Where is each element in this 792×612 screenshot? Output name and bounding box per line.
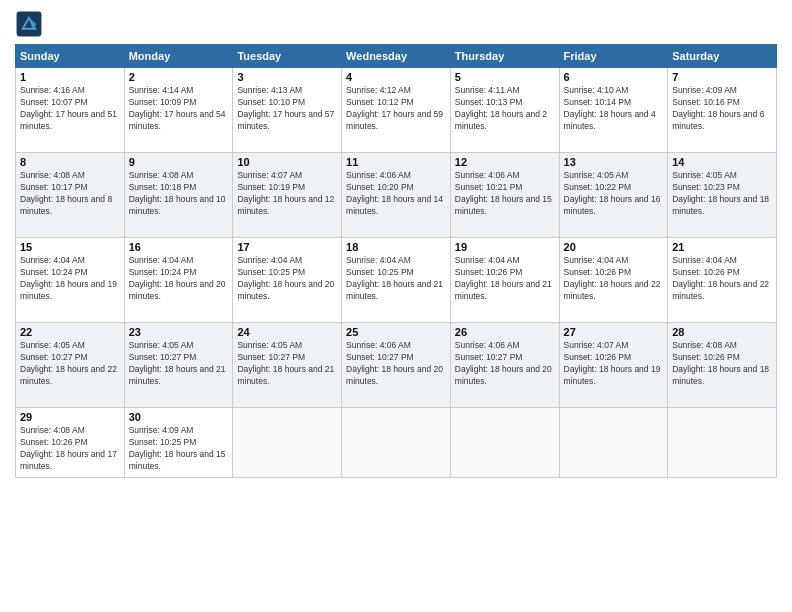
day-number: 15 xyxy=(20,241,120,253)
day-info: Sunrise: 4:08 AM Sunset: 10:26 PM Daylig… xyxy=(672,340,772,388)
day-info: Sunrise: 4:08 AM Sunset: 10:26 PM Daylig… xyxy=(20,425,120,473)
calendar-cell: 27 Sunrise: 4:07 AM Sunset: 10:26 PM Day… xyxy=(559,323,668,408)
day-number: 13 xyxy=(564,156,664,168)
svg-rect-0 xyxy=(17,12,42,37)
day-number: 9 xyxy=(129,156,229,168)
day-number: 19 xyxy=(455,241,555,253)
logo-icon xyxy=(15,10,43,38)
day-number: 2 xyxy=(129,71,229,83)
day-number: 23 xyxy=(129,326,229,338)
calendar-cell: 5 Sunrise: 4:11 AM Sunset: 10:13 PM Dayl… xyxy=(450,68,559,153)
day-info: Sunrise: 4:08 AM Sunset: 10:17 PM Daylig… xyxy=(20,170,120,218)
day-info: Sunrise: 4:05 AM Sunset: 10:22 PM Daylig… xyxy=(564,170,664,218)
day-info: Sunrise: 4:11 AM Sunset: 10:13 PM Daylig… xyxy=(455,85,555,133)
day-info: Sunrise: 4:14 AM Sunset: 10:09 PM Daylig… xyxy=(129,85,229,133)
calendar-cell: 11 Sunrise: 4:06 AM Sunset: 10:20 PM Day… xyxy=(342,153,451,238)
day-info: Sunrise: 4:07 AM Sunset: 10:26 PM Daylig… xyxy=(564,340,664,388)
day-info: Sunrise: 4:04 AM Sunset: 10:25 PM Daylig… xyxy=(237,255,337,303)
calendar-cell xyxy=(559,408,668,478)
day-info: Sunrise: 4:06 AM Sunset: 10:27 PM Daylig… xyxy=(455,340,555,388)
calendar-cell xyxy=(233,408,342,478)
day-number: 20 xyxy=(564,241,664,253)
day-number: 10 xyxy=(237,156,337,168)
day-number: 21 xyxy=(672,241,772,253)
day-info: Sunrise: 4:06 AM Sunset: 10:27 PM Daylig… xyxy=(346,340,446,388)
calendar-cell xyxy=(342,408,451,478)
calendar-cell: 13 Sunrise: 4:05 AM Sunset: 10:22 PM Day… xyxy=(559,153,668,238)
calendar-cell: 4 Sunrise: 4:12 AM Sunset: 10:12 PM Dayl… xyxy=(342,68,451,153)
day-number: 17 xyxy=(237,241,337,253)
day-number: 14 xyxy=(672,156,772,168)
calendar-cell: 24 Sunrise: 4:05 AM Sunset: 10:27 PM Day… xyxy=(233,323,342,408)
day-info: Sunrise: 4:04 AM Sunset: 10:26 PM Daylig… xyxy=(672,255,772,303)
day-number: 25 xyxy=(346,326,446,338)
calendar-header-row: SundayMondayTuesdayWednesdayThursdayFrid… xyxy=(16,45,777,68)
day-number: 12 xyxy=(455,156,555,168)
calendar-cell: 9 Sunrise: 4:08 AM Sunset: 10:18 PM Dayl… xyxy=(124,153,233,238)
day-number: 5 xyxy=(455,71,555,83)
day-info: Sunrise: 4:04 AM Sunset: 10:24 PM Daylig… xyxy=(129,255,229,303)
calendar-cell: 18 Sunrise: 4:04 AM Sunset: 10:25 PM Day… xyxy=(342,238,451,323)
day-number: 11 xyxy=(346,156,446,168)
calendar-cell: 16 Sunrise: 4:04 AM Sunset: 10:24 PM Day… xyxy=(124,238,233,323)
day-header-thursday: Thursday xyxy=(450,45,559,68)
calendar-cell: 12 Sunrise: 4:06 AM Sunset: 10:21 PM Day… xyxy=(450,153,559,238)
day-number: 3 xyxy=(237,71,337,83)
day-number: 30 xyxy=(129,411,229,423)
day-number: 22 xyxy=(20,326,120,338)
calendar-cell: 1 Sunrise: 4:16 AM Sunset: 10:07 PM Dayl… xyxy=(16,68,125,153)
calendar-cell: 10 Sunrise: 4:07 AM Sunset: 10:19 PM Day… xyxy=(233,153,342,238)
day-number: 28 xyxy=(672,326,772,338)
calendar-week-2: 8 Sunrise: 4:08 AM Sunset: 10:17 PM Dayl… xyxy=(16,153,777,238)
calendar-week-1: 1 Sunrise: 4:16 AM Sunset: 10:07 PM Dayl… xyxy=(16,68,777,153)
calendar-cell: 8 Sunrise: 4:08 AM Sunset: 10:17 PM Dayl… xyxy=(16,153,125,238)
calendar-cell: 26 Sunrise: 4:06 AM Sunset: 10:27 PM Day… xyxy=(450,323,559,408)
calendar-cell: 28 Sunrise: 4:08 AM Sunset: 10:26 PM Day… xyxy=(668,323,777,408)
day-info: Sunrise: 4:05 AM Sunset: 10:27 PM Daylig… xyxy=(237,340,337,388)
day-info: Sunrise: 4:10 AM Sunset: 10:14 PM Daylig… xyxy=(564,85,664,133)
calendar-cell: 2 Sunrise: 4:14 AM Sunset: 10:09 PM Dayl… xyxy=(124,68,233,153)
day-header-monday: Monday xyxy=(124,45,233,68)
day-number: 4 xyxy=(346,71,446,83)
day-number: 8 xyxy=(20,156,120,168)
calendar-cell: 30 Sunrise: 4:09 AM Sunset: 10:25 PM Day… xyxy=(124,408,233,478)
calendar-cell: 15 Sunrise: 4:04 AM Sunset: 10:24 PM Day… xyxy=(16,238,125,323)
calendar-cell: 20 Sunrise: 4:04 AM Sunset: 10:26 PM Day… xyxy=(559,238,668,323)
day-info: Sunrise: 4:07 AM Sunset: 10:19 PM Daylig… xyxy=(237,170,337,218)
day-info: Sunrise: 4:09 AM Sunset: 10:25 PM Daylig… xyxy=(129,425,229,473)
calendar-cell: 25 Sunrise: 4:06 AM Sunset: 10:27 PM Day… xyxy=(342,323,451,408)
day-info: Sunrise: 4:05 AM Sunset: 10:23 PM Daylig… xyxy=(672,170,772,218)
day-info: Sunrise: 4:04 AM Sunset: 10:24 PM Daylig… xyxy=(20,255,120,303)
day-header-saturday: Saturday xyxy=(668,45,777,68)
calendar-week-4: 22 Sunrise: 4:05 AM Sunset: 10:27 PM Day… xyxy=(16,323,777,408)
calendar-cell: 21 Sunrise: 4:04 AM Sunset: 10:26 PM Day… xyxy=(668,238,777,323)
calendar-cell: 29 Sunrise: 4:08 AM Sunset: 10:26 PM Day… xyxy=(16,408,125,478)
day-number: 7 xyxy=(672,71,772,83)
day-number: 16 xyxy=(129,241,229,253)
day-info: Sunrise: 4:13 AM Sunset: 10:10 PM Daylig… xyxy=(237,85,337,133)
calendar-cell xyxy=(668,408,777,478)
day-number: 26 xyxy=(455,326,555,338)
day-number: 18 xyxy=(346,241,446,253)
day-info: Sunrise: 4:06 AM Sunset: 10:20 PM Daylig… xyxy=(346,170,446,218)
page: SundayMondayTuesdayWednesdayThursdayFrid… xyxy=(0,0,792,612)
day-info: Sunrise: 4:04 AM Sunset: 10:25 PM Daylig… xyxy=(346,255,446,303)
calendar-cell: 22 Sunrise: 4:05 AM Sunset: 10:27 PM Day… xyxy=(16,323,125,408)
calendar-week-3: 15 Sunrise: 4:04 AM Sunset: 10:24 PM Day… xyxy=(16,238,777,323)
calendar-cell: 6 Sunrise: 4:10 AM Sunset: 10:14 PM Dayl… xyxy=(559,68,668,153)
calendar-cell: 17 Sunrise: 4:04 AM Sunset: 10:25 PM Day… xyxy=(233,238,342,323)
calendar-cell: 14 Sunrise: 4:05 AM Sunset: 10:23 PM Day… xyxy=(668,153,777,238)
calendar-cell: 3 Sunrise: 4:13 AM Sunset: 10:10 PM Dayl… xyxy=(233,68,342,153)
day-number: 6 xyxy=(564,71,664,83)
day-info: Sunrise: 4:12 AM Sunset: 10:12 PM Daylig… xyxy=(346,85,446,133)
day-info: Sunrise: 4:05 AM Sunset: 10:27 PM Daylig… xyxy=(129,340,229,388)
day-info: Sunrise: 4:05 AM Sunset: 10:27 PM Daylig… xyxy=(20,340,120,388)
day-info: Sunrise: 4:06 AM Sunset: 10:21 PM Daylig… xyxy=(455,170,555,218)
day-number: 29 xyxy=(20,411,120,423)
calendar-cell xyxy=(450,408,559,478)
day-header-tuesday: Tuesday xyxy=(233,45,342,68)
calendar-cell: 23 Sunrise: 4:05 AM Sunset: 10:27 PM Day… xyxy=(124,323,233,408)
day-info: Sunrise: 4:16 AM Sunset: 10:07 PM Daylig… xyxy=(20,85,120,133)
day-header-wednesday: Wednesday xyxy=(342,45,451,68)
day-info: Sunrise: 4:04 AM Sunset: 10:26 PM Daylig… xyxy=(564,255,664,303)
